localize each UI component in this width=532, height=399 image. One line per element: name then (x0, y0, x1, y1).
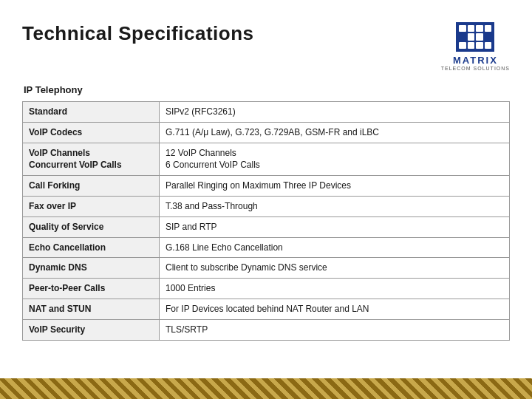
row-value: TLS/SRTP (160, 319, 510, 340)
row-label: Echo Cancellation (23, 237, 160, 258)
row-value: Client to subscribe Dynamic DNS service (160, 258, 510, 279)
row-value: SIP and RTP (160, 216, 510, 237)
row-label: Standard (23, 102, 160, 123)
table-row: Call ForkingParallel Ringing on Maximum … (23, 176, 510, 197)
row-value: SIPv2 (RFC3261) (160, 102, 510, 123)
row-value: For IP Devices located behind NAT Router… (160, 299, 510, 319)
logo-dot (459, 25, 466, 32)
logo-dot (476, 42, 483, 49)
logo-name: MATRIX (453, 55, 498, 66)
row-value: G.711 (A/μ Law), G.723, G.729AB, GSM-FR … (160, 122, 510, 143)
row-value: 12 VoIP Channels6 Concurrent VoIP Calls (160, 143, 510, 176)
table-row: StandardSIPv2 (RFC3261) (23, 102, 510, 123)
header: Technical Specifications MATRIX TELECOM … (22, 22, 510, 71)
logo-dot (476, 33, 483, 40)
section-label: IP Telephony (24, 84, 510, 95)
row-label: Call Forking (23, 176, 160, 197)
logo-icon (456, 22, 494, 52)
table-row: VoIP SecurityTLS/SRTP (23, 319, 510, 340)
table-row: Peer-to-Peer Calls1000 Entries (23, 279, 510, 299)
logo-dot (476, 25, 483, 32)
table-row: VoIP CodecsG.711 (A/μ Law), G.723, G.729… (23, 122, 510, 143)
row-label: NAT and STUN (23, 299, 160, 319)
page: Technical Specifications MATRIX TELECOM … (0, 0, 532, 399)
row-label: Quality of Service (23, 216, 160, 237)
logo: MATRIX TELECOM SOLUTIONS (441, 22, 510, 71)
row-value: G.168 Line Echo Cancellation (160, 237, 510, 258)
row-label: VoIP Codecs (23, 122, 160, 143)
row-label: VoIP ChannelsConcurrent VoIP Calls (23, 143, 160, 176)
logo-sub: TELECOM SOLUTIONS (441, 66, 510, 71)
table-row: NAT and STUNFor IP Devices located behin… (23, 299, 510, 319)
table-row: Echo CancellationG.168 Line Echo Cancell… (23, 237, 510, 258)
row-value: Parallel Ringing on Maximum Three IP Dev… (160, 176, 510, 197)
logo-dot (468, 25, 475, 32)
spec-table: StandardSIPv2 (RFC3261)VoIP CodecsG.711 … (22, 101, 510, 341)
table-row: Quality of ServiceSIP and RTP (23, 216, 510, 237)
logo-dot (485, 33, 492, 40)
page-title: Technical Specifications (22, 22, 254, 45)
table-row: VoIP ChannelsConcurrent VoIP Calls12 VoI… (23, 143, 510, 176)
row-label: Dynamic DNS (23, 258, 160, 279)
table-row: Fax over IPT.38 and Pass-Through (23, 196, 510, 216)
logo-dot (459, 42, 466, 49)
logo-dot (468, 33, 475, 40)
logo-dot (459, 33, 466, 40)
logo-dot (485, 42, 492, 49)
bottom-bar (0, 378, 532, 399)
logo-dot (468, 42, 475, 49)
logo-dot (485, 25, 492, 32)
row-value: 1000 Entries (160, 279, 510, 299)
row-value: T.38 and Pass-Through (160, 196, 510, 216)
row-label: Fax over IP (23, 196, 160, 216)
row-label: Peer-to-Peer Calls (23, 279, 160, 299)
table-row: Dynamic DNSClient to subscribe Dynamic D… (23, 258, 510, 279)
row-label: VoIP Security (23, 319, 160, 340)
